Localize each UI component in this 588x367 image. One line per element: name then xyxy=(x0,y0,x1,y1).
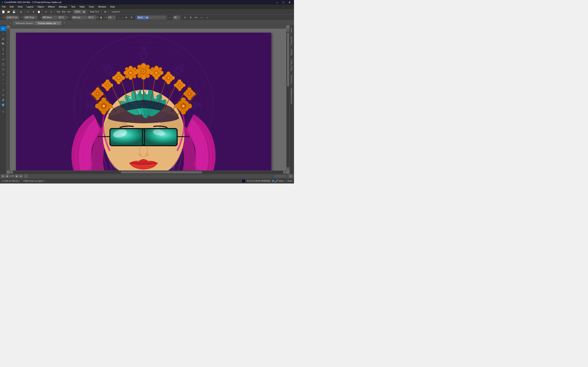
canvas-viewport[interactable] xyxy=(10,29,290,174)
transparency-tool[interactable]: ◫ xyxy=(0,92,6,97)
new-btn[interactable]: 📄 xyxy=(1,9,6,14)
property-bar: ↔ X: ↕ Y: ⇔ % ⇕ % 🔒 ↻ ○ ⇄ ⇅ None — — ⊡ ⊞… xyxy=(0,15,294,20)
svg-point-101 xyxy=(102,83,105,87)
curve-tool[interactable]: ∫ xyxy=(0,47,6,51)
node-tool[interactable]: ⊹ xyxy=(0,31,6,36)
export-btn[interactable]: Exp xyxy=(61,9,66,14)
behind-fill-btn[interactable]: ⊡ xyxy=(182,15,187,20)
flip-v-btn[interactable]: ⇅ xyxy=(129,15,134,20)
tab-welcome[interactable]: Welcome Screen xyxy=(13,21,35,25)
overprint-btn[interactable]: OP xyxy=(194,15,199,20)
hscroll-thumb[interactable] xyxy=(121,171,202,173)
zoom-select[interactable]: 276% 100% 200% xyxy=(74,10,86,14)
smart-fill-tool[interactable]: ✏ xyxy=(0,52,6,57)
menu-object[interactable]: Object xyxy=(35,4,46,9)
page-add-btn[interactable]: + xyxy=(24,175,27,178)
x-input[interactable] xyxy=(6,16,19,19)
cut-btn[interactable]: ✂ xyxy=(26,9,31,14)
tab-document[interactable]: Firman Hatibu.cdr ✕ xyxy=(35,21,61,25)
tab-scroll-left[interactable]: ‹ xyxy=(7,21,13,25)
menu-bitmaps[interactable]: Bitmaps xyxy=(57,4,69,9)
vscroll-thumb[interactable] xyxy=(287,33,289,86)
redo-btn[interactable]: ↪ xyxy=(49,9,54,14)
page-next-btn[interactable]: ▶ xyxy=(15,175,18,178)
save-btn[interactable]: 💾 xyxy=(11,9,16,14)
maximize-button[interactable]: □ xyxy=(281,0,286,4)
find-replace-panel-tab[interactable]: Find and Replace xyxy=(290,86,294,106)
page-prev-btn[interactable]: ◀ xyxy=(5,175,9,178)
outline-size-input[interactable] xyxy=(173,16,180,19)
add-node-btn[interactable]: + xyxy=(205,15,209,20)
hscroll-left-btn[interactable]: ◀ xyxy=(10,171,13,174)
properties-panel-tab[interactable]: Properties xyxy=(290,34,294,47)
hscroll-mini[interactable] xyxy=(274,175,287,177)
flip-h-btn[interactable]: ⇄ xyxy=(124,15,129,20)
vscroll-up-btn[interactable]: ▲ xyxy=(286,29,290,32)
object-styles-panel-tab[interactable]: Object Styles xyxy=(290,57,294,73)
objects-panel-tab[interactable]: Objects xyxy=(290,47,294,57)
undo-btn[interactable]: ↩ xyxy=(43,9,48,14)
menu-edit[interactable]: Edit xyxy=(8,4,16,9)
w-input[interactable] xyxy=(42,16,57,19)
effects-tool[interactable]: ◻ xyxy=(0,87,6,92)
zoom-fit-btn[interactable]: ⊞ xyxy=(288,174,293,178)
menu-window[interactable]: Window xyxy=(96,4,108,9)
launch-btn[interactable]: Launch ▾ xyxy=(110,9,122,14)
y-input[interactable] xyxy=(24,16,37,19)
color-info: R:9 G:14 B:59 (#090E3B) xyxy=(247,180,270,182)
polygon-tool[interactable]: ⬡ xyxy=(0,67,6,72)
paste-btn[interactable]: 📋 xyxy=(36,9,41,14)
open-btn[interactable]: 📂 xyxy=(6,9,11,14)
new-tab-btn[interactable]: + xyxy=(62,21,66,25)
eyedropper-tool[interactable]: 💉 xyxy=(0,98,6,102)
hscroll-right-btn[interactable]: ▶ xyxy=(283,171,286,174)
menu-table[interactable]: Table xyxy=(77,4,87,9)
h-scrollbar[interactable]: ◀ ▶ xyxy=(10,170,286,174)
svg-point-143 xyxy=(189,93,190,95)
menu-text[interactable]: Text xyxy=(69,4,77,9)
menu-effects[interactable]: Effects xyxy=(46,4,57,9)
options-btn[interactable]: ⚙ xyxy=(103,9,108,14)
menu-view[interactable]: View xyxy=(16,4,25,9)
tab-close-btn[interactable]: ✕ xyxy=(57,22,59,24)
scale-stroke-btn[interactable]: ⊞ xyxy=(188,15,193,20)
menu-help[interactable]: Help xyxy=(108,4,117,9)
canvas-area[interactable]: /* ruler ticks rendered by JS below */ xyxy=(7,25,290,174)
outline-input[interactable] xyxy=(150,16,166,19)
page-last-btn[interactable]: ⏭ xyxy=(19,175,23,178)
add-page-btn[interactable]: + xyxy=(0,109,6,114)
vscroll-down-btn[interactable]: ▼ xyxy=(286,167,290,170)
connector-tool[interactable]: ⌒ xyxy=(0,82,6,87)
parallel-dim-tool[interactable]: ↔ xyxy=(0,77,6,82)
fill-select[interactable]: None xyxy=(137,16,149,19)
pdf-btn[interactable]: PDF xyxy=(67,9,71,14)
titlebar-controls[interactable]: ─ □ ✕ xyxy=(274,0,292,4)
h-input[interactable] xyxy=(72,16,87,19)
nib-btn[interactable]: ◇ xyxy=(199,15,204,20)
crop-tool[interactable]: ⊡ xyxy=(0,36,6,41)
ellipse-tool[interactable]: ◯ xyxy=(0,62,6,67)
v-scrollbar[interactable]: ▲ ▼ xyxy=(286,29,290,170)
page-first-btn[interactable]: ⏮ xyxy=(1,175,4,178)
import-btn[interactable]: Imp xyxy=(56,9,61,14)
rect-tool[interactable]: ▭ xyxy=(0,57,6,62)
w-pct-input[interactable] xyxy=(58,16,66,19)
print-btn[interactable]: 🖨 xyxy=(18,9,24,14)
text-tool[interactable]: T xyxy=(0,72,6,77)
fill-tool[interactable]: 🪣 xyxy=(0,103,6,108)
comments-panel-tab[interactable]: Comments xyxy=(290,73,294,86)
angle-input[interactable] xyxy=(108,16,116,19)
angle-btn[interactable]: ○ xyxy=(116,15,121,20)
selection-tool[interactable]: ↖ xyxy=(0,26,6,31)
zoom-tool[interactable]: 🔍 xyxy=(0,42,6,46)
menu-layout[interactable]: Layout xyxy=(25,4,35,9)
menu-tools[interactable]: Tools xyxy=(87,4,96,9)
lock-proportions-btn[interactable]: 🔒 xyxy=(99,15,103,20)
minimize-button[interactable]: ─ xyxy=(274,0,280,4)
menu-file[interactable]: File xyxy=(0,4,8,9)
hints-panel-tab[interactable]: Hints xyxy=(290,26,294,34)
h-pct-input[interactable] xyxy=(87,16,96,19)
snap-to-btn[interactable]: Snap To ▾ xyxy=(88,9,100,14)
copy-btn[interactable]: ⎘ xyxy=(31,9,36,14)
close-button[interactable]: ✕ xyxy=(287,0,292,4)
